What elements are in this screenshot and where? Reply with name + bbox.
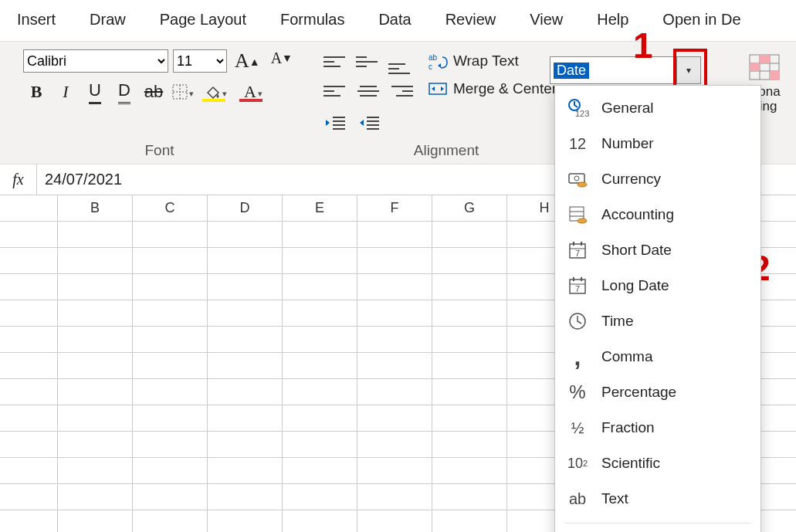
conditional-formatting-icon — [749, 54, 780, 80]
number-format-value: Date — [554, 63, 589, 79]
increase-font-size[interactable]: A▲ — [232, 49, 263, 73]
borders-button[interactable]: ▾ — [170, 80, 196, 103]
decrease-font-size[interactable]: A▼ — [268, 49, 296, 73]
format-general[interactable]: 123 General — [555, 90, 760, 126]
currency-icon — [566, 168, 589, 191]
svg-rect-20 — [750, 63, 760, 71]
accounting-icon — [566, 203, 589, 226]
format-short-date[interactable]: 7 Short Date — [555, 232, 760, 268]
tab-insert[interactable]: Insert — [0, 5, 73, 36]
merge-center-button[interactable]: Merge & Center ▾ — [428, 80, 569, 97]
borders-icon — [172, 84, 188, 100]
tab-review[interactable]: Review — [428, 5, 513, 36]
format-text[interactable]: ab Text — [555, 481, 760, 517]
align-center[interactable] — [356, 79, 381, 103]
number-icon: 12 — [566, 132, 589, 155]
tab-data[interactable]: Data — [361, 5, 428, 36]
format-accounting[interactable]: Accounting — [555, 197, 760, 232]
col-header[interactable]: B — [58, 195, 133, 221]
col-header[interactable]: G — [432, 195, 507, 221]
tab-draw[interactable]: Draw — [73, 5, 143, 36]
col-header[interactable] — [0, 195, 58, 221]
font-group-label: Font — [23, 137, 296, 164]
align-bottom[interactable] — [388, 49, 413, 74]
col-header[interactable]: F — [357, 195, 432, 221]
calendar-icon: 7 — [566, 274, 589, 297]
svg-text:c: c — [428, 63, 432, 71]
general-icon: 123 — [566, 97, 589, 120]
font-size-select[interactable]: 11 — [173, 49, 227, 73]
clock-icon — [566, 310, 589, 333]
number-format-dropdown: 123 General 12 Number Currency Accountin… — [554, 85, 761, 532]
comma-icon: , — [566, 345, 589, 368]
font-color-button[interactable]: A▾ — [236, 80, 270, 103]
svg-point-30 — [578, 219, 587, 223]
col-header[interactable]: C — [133, 195, 208, 221]
double-underline-button[interactable]: D — [111, 80, 137, 103]
svg-point-25 — [574, 176, 579, 181]
paint-bucket-icon — [205, 85, 221, 99]
align-middle[interactable] — [356, 49, 381, 74]
svg-text:ab: ab — [428, 53, 438, 62]
italic-button[interactable]: I — [53, 80, 79, 103]
format-percentage[interactable]: % Percentage — [555, 374, 760, 410]
tab-open-in-desktop[interactable]: Open in De — [645, 5, 757, 36]
strikethrough-button[interactable]: ab — [141, 80, 167, 103]
font-name-select[interactable]: Calibri — [23, 49, 168, 73]
fill-color-button[interactable]: ▾ — [199, 80, 233, 103]
merge-center-label: Merge & Center — [453, 80, 557, 97]
format-long-date[interactable]: 7 Long Date — [555, 268, 760, 303]
separator — [566, 523, 750, 524]
svg-rect-21 — [770, 71, 779, 80]
tab-page-layout[interactable]: Page Layout — [143, 5, 263, 36]
tab-view[interactable]: View — [513, 5, 580, 36]
svg-rect-24 — [569, 174, 584, 183]
underline-button[interactable]: U — [82, 80, 108, 103]
fraction-icon: ½ — [566, 416, 589, 439]
increase-indent[interactable] — [357, 111, 381, 134]
scientific-icon: 102 — [566, 452, 589, 475]
calendar-icon: 7 — [566, 239, 589, 262]
alignment-group-label: Alignment — [323, 137, 569, 164]
number-format-box[interactable]: Date — [550, 56, 675, 84]
svg-point-26 — [578, 182, 587, 187]
format-fraction[interactable]: ½ Fraction — [555, 410, 760, 446]
format-currency[interactable]: Currency — [555, 161, 760, 197]
wrap-text-icon: abc — [428, 53, 447, 69]
align-right[interactable] — [388, 79, 413, 103]
tab-formulas[interactable]: Formulas — [263, 5, 361, 36]
format-number[interactable]: 12 Number — [555, 126, 760, 161]
decrease-indent[interactable] — [323, 111, 347, 134]
format-comma[interactable]: , Comma — [555, 339, 760, 374]
align-left[interactable] — [323, 79, 348, 103]
col-header[interactable]: E — [283, 195, 357, 221]
merge-center-icon — [428, 80, 447, 97]
percent-icon: % — [566, 381, 589, 404]
svg-rect-19 — [760, 55, 770, 63]
ribbon-tabs: Insert Draw Page Layout Formulas Data Re… — [0, 0, 796, 41]
align-top[interactable] — [323, 49, 348, 74]
format-time[interactable]: Time — [555, 303, 760, 339]
text-icon: ab — [566, 487, 589, 510]
svg-text:123: 123 — [575, 109, 589, 118]
wrap-text-label: Wrap Text — [453, 53, 519, 69]
wrap-text-button[interactable]: abc Wrap Text — [428, 53, 569, 69]
col-header[interactable]: D — [208, 195, 283, 221]
annotation-box-1 — [673, 49, 707, 90]
fx-label[interactable]: fx — [0, 164, 37, 195]
bold-button[interactable]: B — [23, 80, 49, 103]
svg-text:7: 7 — [575, 249, 580, 258]
format-scientific[interactable]: 102 Scientific — [555, 446, 760, 481]
svg-text:7: 7 — [575, 284, 580, 293]
annotation-number-1: 1 — [633, 25, 653, 66]
